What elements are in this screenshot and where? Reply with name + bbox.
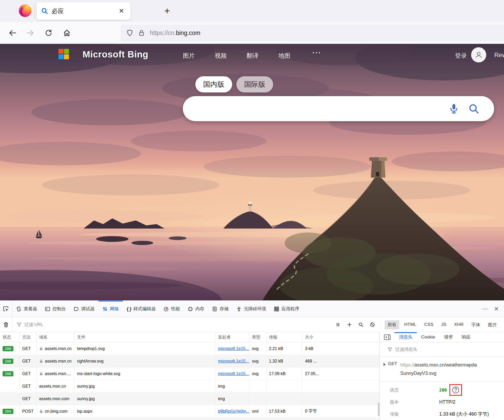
initiator-cell[interactable]: b9bRpGsYe0m... bbox=[215, 405, 249, 417]
request-summary[interactable]: GET https://assets.msn.cn/weathermapdaSu… bbox=[380, 357, 504, 382]
tab-storage[interactable]: 存储 bbox=[208, 301, 232, 317]
status-badge: 200 bbox=[3, 346, 13, 351]
col-transferred[interactable]: 传输 bbox=[266, 332, 302, 342]
transferred-cell bbox=[266, 393, 302, 405]
initiator-cell[interactable]: microsoft.1e15... bbox=[215, 367, 249, 380]
avatar[interactable] bbox=[471, 47, 486, 62]
table-row[interactable]: 204POSTcn.bing.comlsp.aspxb9bRpGsYe0m...… bbox=[0, 405, 380, 418]
size-cell: 3 kB bbox=[302, 342, 380, 355]
url-bar[interactable]: https://cn.bing.com bbox=[121, 25, 504, 41]
table-header-row: 状态 方法 域名 文件 发起者 类型 传输 大小 bbox=[0, 332, 380, 342]
tab-memory[interactable]: 内存 bbox=[184, 301, 208, 317]
search-icon[interactable] bbox=[468, 103, 479, 114]
request-url: https://assets.msn.cn/weathermapdaSunnyD… bbox=[400, 361, 477, 377]
filter-fonts[interactable]: 字体 bbox=[468, 320, 483, 329]
browser-tab[interactable]: 必应 ✕ bbox=[37, 2, 131, 20]
firefox-logo-icon[interactable] bbox=[18, 4, 32, 18]
lock-icon bbox=[39, 409, 43, 413]
tab-separator bbox=[34, 4, 34, 18]
table-row[interactable]: GETassets.msn.cnsunny.jpgimg bbox=[0, 380, 380, 393]
element-picker-button[interactable] bbox=[0, 301, 12, 317]
more-icon[interactable]: ··· bbox=[312, 49, 321, 57]
col-initiator[interactable]: 发起者 bbox=[215, 332, 249, 342]
devtools-close-icon[interactable]: ✕ bbox=[491, 304, 501, 314]
table-row[interactable]: 200GETassets.msn.cnrightArrow.svgmicroso… bbox=[0, 355, 380, 367]
tab-console[interactable]: 控制台 bbox=[41, 301, 70, 317]
shield-icon[interactable] bbox=[126, 29, 134, 37]
tab-inspector[interactable]: 查看器 bbox=[12, 301, 41, 317]
braces-icon: { } bbox=[127, 306, 131, 312]
domain-cell: assets.msn.cn bbox=[37, 380, 74, 392]
tab-performance[interactable]: 性能 bbox=[160, 301, 184, 317]
col-status[interactable]: 状态 bbox=[0, 332, 20, 342]
search-box[interactable] bbox=[183, 96, 494, 121]
file-cell: sunny.jpg bbox=[74, 380, 215, 392]
tab-style-editor[interactable]: { } 样式编辑器 bbox=[123, 301, 160, 317]
help-icon[interactable] bbox=[452, 386, 460, 394]
tab-accessibility[interactable]: 无障碍环境 bbox=[232, 301, 270, 317]
initiator-cell[interactable]: microsoft.1e15... bbox=[215, 342, 249, 355]
request-method: GET bbox=[388, 361, 397, 366]
domain-cell: assets.msn.... bbox=[37, 367, 74, 380]
page-viewport: Microsoft Bing 图片 视频 翻译 地图 ··· 登录 Rew 国内… bbox=[0, 44, 504, 300]
nav-item-images[interactable]: 图片 bbox=[183, 52, 195, 60]
table-row[interactable]: 200GETassets.msn.cntempdrop1.svgmicrosof… bbox=[0, 342, 380, 355]
back-button[interactable] bbox=[6, 26, 19, 40]
col-domain[interactable]: 域名 bbox=[37, 332, 74, 342]
initiator-cell[interactable]: microsoft.1e15... bbox=[215, 355, 249, 367]
search-requests-icon[interactable] bbox=[356, 319, 366, 330]
method-cell: GET bbox=[20, 342, 37, 355]
status-row: 状态 200 bbox=[380, 384, 504, 396]
nav-item-translate[interactable]: 翻译 bbox=[247, 52, 259, 60]
filter-css[interactable]: CSS bbox=[421, 320, 436, 329]
filter-url-input[interactable] bbox=[24, 322, 108, 327]
col-file[interactable]: 文件 bbox=[74, 332, 215, 342]
col-type[interactable]: 类型 bbox=[249, 332, 266, 342]
rewards-link-partial[interactable]: Rew bbox=[494, 52, 504, 59]
tab-international[interactable]: 国际版 bbox=[236, 76, 273, 92]
tab-network[interactable]: 网络 bbox=[98, 301, 123, 317]
new-tab-button[interactable]: + bbox=[161, 5, 173, 17]
sign-in-link[interactable]: 登录 bbox=[455, 52, 467, 60]
nav-item-maps[interactable]: 地图 bbox=[278, 52, 290, 60]
lock-icon bbox=[39, 347, 43, 351]
tab-debugger[interactable]: 调试器 bbox=[70, 301, 98, 317]
col-method[interactable]: 方法 bbox=[20, 332, 37, 342]
add-icon[interactable] bbox=[344, 319, 355, 330]
mic-icon[interactable] bbox=[448, 103, 460, 114]
filter-all[interactable]: 所有 bbox=[385, 320, 399, 329]
table-row[interactable]: 200GETassets.msn....ms-start-logo-white.… bbox=[0, 367, 380, 380]
microsoft-logo-icon bbox=[58, 49, 69, 59]
panel-tab-cookie[interactable]: Cookie bbox=[417, 332, 439, 342]
bing-wordmark[interactable]: Microsoft Bing bbox=[83, 49, 148, 60]
devtools: 查看器 控制台 调试器 网络 { } 样式编辑器 性能 bbox=[0, 300, 504, 420]
forward-button[interactable] bbox=[24, 26, 37, 40]
reload-button[interactable] bbox=[42, 26, 55, 40]
filter-html[interactable]: HTML bbox=[401, 320, 419, 329]
col-size[interactable]: 大小 bbox=[302, 332, 380, 342]
panel-tab-response[interactable]: 响应 bbox=[457, 332, 475, 342]
block-icon[interactable] bbox=[367, 319, 378, 330]
filter-js[interactable]: JS bbox=[438, 320, 449, 329]
tab-domestic[interactable]: 国内版 bbox=[195, 76, 232, 92]
lock-icon[interactable] bbox=[138, 29, 145, 37]
tab-close-icon[interactable]: ✕ bbox=[117, 7, 126, 15]
panel-tab-request[interactable]: 请求 bbox=[439, 332, 457, 342]
table-scrollbar[interactable] bbox=[378, 402, 379, 416]
tab-application[interactable]: 应用程序 bbox=[270, 301, 303, 317]
filter-xhr[interactable]: XHR bbox=[451, 320, 466, 329]
table-row[interactable]: GETassets.msn.comsunny.jpgimg bbox=[0, 393, 380, 405]
devtools-menu-icon[interactable]: ⋯ bbox=[480, 304, 490, 314]
type-cell: svg bbox=[249, 355, 266, 367]
filter-images[interactable]: 图片 bbox=[485, 320, 500, 329]
panel-tab-headers[interactable]: 消息头 bbox=[395, 332, 417, 342]
split-panel-icon[interactable] bbox=[380, 332, 395, 342]
nav-item-videos[interactable]: 视频 bbox=[215, 52, 227, 60]
annotation-box bbox=[449, 384, 462, 396]
clear-requests-button[interactable] bbox=[0, 317, 12, 332]
pause-icon[interactable] bbox=[333, 319, 343, 330]
expand-triangle-icon[interactable] bbox=[383, 363, 386, 366]
filter-headers-input[interactable] bbox=[395, 347, 489, 352]
home-button[interactable] bbox=[60, 26, 74, 40]
size-cell: 27.05... bbox=[302, 367, 380, 380]
